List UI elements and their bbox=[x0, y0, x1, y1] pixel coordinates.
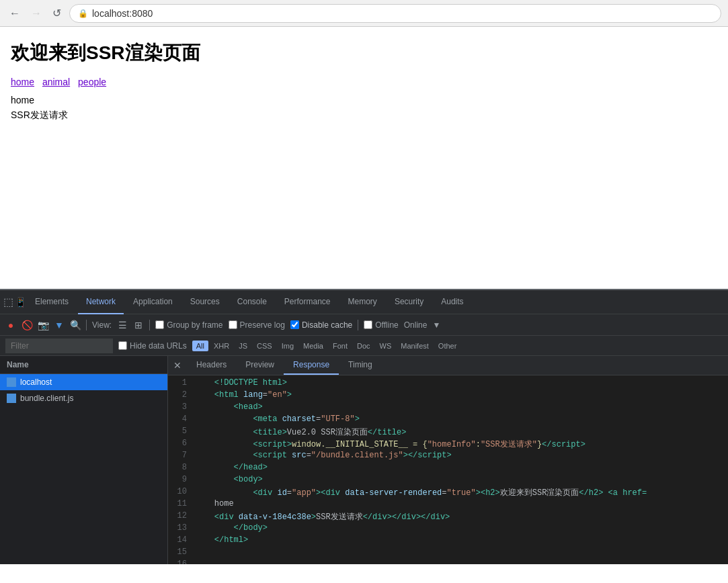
tab-audits[interactable]: Audits bbox=[433, 290, 471, 314]
view-label: View: bbox=[92, 320, 112, 330]
devtools-panel: ⬚ 📱 Elements Network Application Sources… bbox=[0, 289, 728, 564]
clear-button[interactable]: 🚫 bbox=[22, 320, 32, 330]
inspect-icon[interactable]: ⬚ bbox=[3, 297, 13, 308]
code-line-5: 5 <title>Vue2.0 SSR渲染页面</title> bbox=[168, 427, 728, 439]
filter-all[interactable]: All bbox=[192, 341, 208, 351]
tab-timing[interactable]: Timing bbox=[339, 356, 382, 375]
filter-manifest[interactable]: Manifest bbox=[397, 341, 433, 351]
filter-bar: Hide data URLs All XHR JS CSS Img Media … bbox=[0, 336, 728, 356]
offline-option: Offline bbox=[364, 320, 398, 330]
code-line-6: 6 <script>window.__INITIAL_STATE__ = {"h… bbox=[168, 439, 728, 451]
tab-preview[interactable]: Preview bbox=[236, 356, 284, 375]
file-item-localhost[interactable]: localhost bbox=[0, 374, 167, 390]
filter-xhr[interactable]: XHR bbox=[210, 341, 233, 351]
nav-link-animal[interactable]: animal bbox=[42, 77, 70, 87]
view-group-icon[interactable]: ⊞ bbox=[133, 320, 144, 330]
disable-cache-checkbox[interactable] bbox=[290, 320, 299, 329]
filter-icon[interactable]: ▼ bbox=[54, 320, 65, 330]
tab-security[interactable]: Security bbox=[387, 290, 432, 314]
code-line-10: 10 <div id="app"><div data-server-render… bbox=[168, 487, 728, 499]
filter-font[interactable]: Font bbox=[329, 341, 352, 351]
file-icon bbox=[7, 377, 16, 387]
nav-links: home animal people bbox=[11, 77, 717, 87]
search-icon[interactable]: 🔍 bbox=[70, 320, 81, 330]
devtools-tabbar: ⬚ 📱 Elements Network Application Sources… bbox=[0, 290, 728, 314]
filter-input[interactable] bbox=[5, 339, 113, 353]
network-throttle-dropdown[interactable]: ▼ bbox=[432, 320, 440, 330]
hide-data-urls-label: Hide data URLs bbox=[130, 341, 187, 351]
offline-checkbox[interactable] bbox=[364, 320, 372, 329]
disable-cache-label: Disable cache bbox=[302, 320, 352, 330]
online-label: Online bbox=[404, 320, 428, 330]
code-line-1: 1 <!DOCTYPE html> bbox=[168, 378, 728, 390]
address-bar[interactable]: 🔒 localhost:8080 bbox=[69, 4, 721, 23]
tab-response[interactable]: Response bbox=[284, 356, 339, 375]
group-by-frame-label: Group by frame bbox=[167, 320, 223, 330]
devtools-main: Name localhost bundle.client.js ✕ Header… bbox=[0, 356, 728, 564]
tab-sources[interactable]: Sources bbox=[182, 290, 228, 314]
page-title: 欢迎来到SSR渲染页面 bbox=[11, 40, 717, 66]
tab-application[interactable]: Application bbox=[125, 290, 181, 314]
response-tabs: ✕ Headers Preview Response Timing bbox=[168, 356, 728, 375]
preserve-log-label: Preserve log bbox=[240, 320, 285, 330]
tab-network[interactable]: Network bbox=[78, 290, 124, 314]
tab-memory[interactable]: Memory bbox=[340, 290, 385, 314]
file-list: Name localhost bundle.client.js bbox=[0, 356, 168, 564]
offline-label: Offline bbox=[375, 320, 398, 330]
code-line-14: 14 </html> bbox=[168, 535, 728, 547]
code-line-11: 11 home bbox=[168, 499, 728, 511]
code-line-13: 13 </body> bbox=[168, 523, 728, 535]
filter-media[interactable]: Media bbox=[299, 341, 327, 351]
group-by-frame-checkbox[interactable] bbox=[155, 320, 164, 329]
filter-doc[interactable]: Doc bbox=[353, 341, 374, 351]
record-button[interactable]: ● bbox=[5, 320, 16, 330]
back-button[interactable]: ← bbox=[7, 6, 23, 21]
browser-chrome: ← → ↺ 🔒 localhost:8080 bbox=[0, 0, 728, 27]
tab-performance[interactable]: Performance bbox=[276, 290, 339, 314]
response-panel: ✕ Headers Preview Response Timing 1 <!DO… bbox=[168, 356, 728, 564]
code-line-9: 9 <body> bbox=[168, 475, 728, 487]
lock-icon: 🔒 bbox=[78, 9, 88, 18]
file-name-bundle: bundle.client.js bbox=[20, 394, 73, 403]
code-line-12: 12 <div data-v-18e4c38e>SSR发送请求</div></d… bbox=[168, 511, 728, 523]
url-text: localhost:8080 bbox=[92, 8, 153, 19]
reload-button[interactable]: ↺ bbox=[50, 5, 64, 21]
nav-link-people[interactable]: people bbox=[78, 77, 106, 87]
filter-ws[interactable]: WS bbox=[376, 341, 396, 351]
response-close-button[interactable]: ✕ bbox=[168, 356, 187, 375]
page-text-home: home bbox=[11, 93, 717, 107]
camera-button[interactable]: 📷 bbox=[38, 320, 48, 330]
forward-button[interactable]: → bbox=[28, 6, 44, 21]
filter-js[interactable]: JS bbox=[235, 341, 251, 351]
code-view: 1 <!DOCTYPE html> 2 <html lang="en"> 3 <… bbox=[168, 375, 728, 564]
hide-data-urls-checkbox[interactable] bbox=[118, 341, 127, 350]
code-line-4: 4 <meta charset="UTF-8"> bbox=[168, 414, 728, 427]
group-by-frame-option: Group by frame bbox=[155, 320, 223, 330]
tab-console[interactable]: Console bbox=[229, 290, 275, 314]
file-list-header: Name bbox=[0, 356, 167, 374]
disable-cache-option: Disable cache bbox=[290, 320, 352, 330]
view-list-icon[interactable]: ☰ bbox=[117, 320, 128, 330]
code-line-8: 8 </head> bbox=[168, 463, 728, 475]
tab-headers[interactable]: Headers bbox=[187, 356, 236, 375]
hide-data-urls-option: Hide data URLs bbox=[118, 341, 187, 351]
code-line-7: 7 <script src="/bundle.client.js"></scri… bbox=[168, 451, 728, 463]
code-line-16: 16 bbox=[168, 559, 728, 564]
page-content: 欢迎来到SSR渲染页面 home animal people home SSR发… bbox=[0, 27, 728, 289]
preserve-log-checkbox[interactable] bbox=[229, 320, 237, 329]
filter-other[interactable]: Other bbox=[434, 341, 461, 351]
separator2 bbox=[149, 320, 150, 330]
device-icon[interactable]: 📱 bbox=[15, 297, 26, 308]
network-toolbar: ● 🚫 📷 ▼ 🔍 View: ☰ ⊞ Group by frame Prese… bbox=[0, 314, 728, 336]
file-name-localhost: localhost bbox=[20, 377, 52, 387]
filter-type-buttons: All XHR JS CSS Img Media Font Doc WS Man… bbox=[192, 341, 461, 351]
separator bbox=[86, 320, 87, 330]
file-item-bundle[interactable]: bundle.client.js bbox=[0, 390, 167, 406]
code-line-2: 2 <html lang="en"> bbox=[168, 390, 728, 402]
tab-elements[interactable]: Elements bbox=[27, 290, 77, 314]
filter-css[interactable]: CSS bbox=[253, 341, 276, 351]
nav-link-home[interactable]: home bbox=[11, 77, 34, 87]
file-icon-bundle bbox=[7, 394, 16, 403]
preserve-log-option: Preserve log bbox=[229, 320, 285, 330]
filter-img[interactable]: Img bbox=[278, 341, 298, 351]
